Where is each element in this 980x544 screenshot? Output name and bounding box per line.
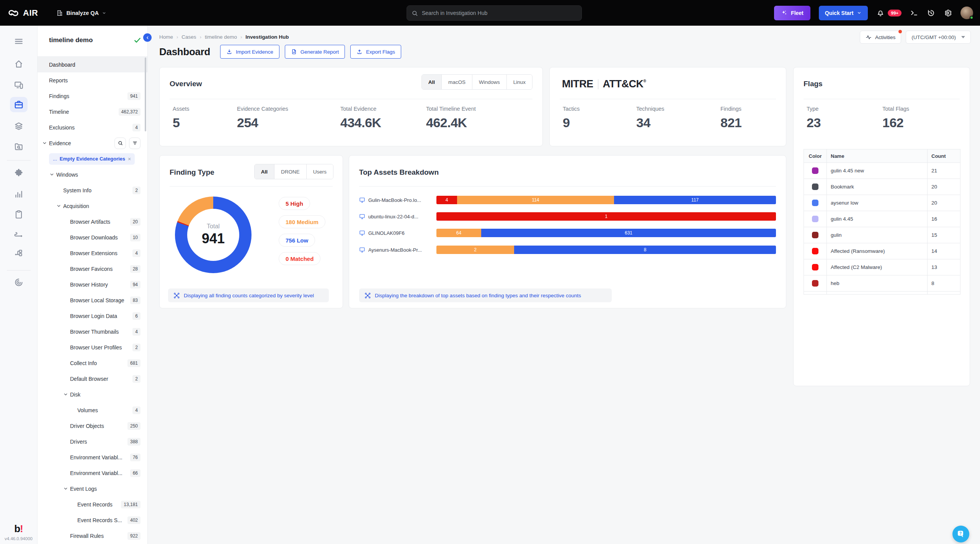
sidebar-item-system-info[interactable]: System Info2	[38, 182, 147, 198]
puzzle-icon[interactable]	[14, 168, 24, 178]
sidebar-item-browser-user-profiles[interactable]: Browser User Profiles2	[38, 339, 147, 355]
sidebar-item-dashboard[interactable]: Dashboard	[38, 57, 147, 72]
tab-users[interactable]: Users	[307, 164, 333, 179]
flag-row-heb[interactable]: heb 8	[804, 275, 960, 291]
sidebar-item-firewall-rules[interactable]: Firewall Rules922	[38, 528, 147, 544]
drone-icon	[364, 292, 371, 299]
folder-search-icon[interactable]	[14, 142, 24, 152]
flag-row-affected-ransomware[interactable]: Affected (Ransomware) 14	[804, 243, 960, 259]
breadcrumb-timeline-demo[interactable]: timeline demo	[205, 34, 237, 40]
notifications-bell-icon[interactable]	[876, 9, 885, 17]
sidebar-item-browser-favicons[interactable]: Browser Favicons28	[38, 261, 147, 277]
sidebar-item-browser-thumbnails[interactable]: Browser Thumbnails4	[38, 324, 147, 339]
breadcrumb-home[interactable]: Home	[159, 34, 173, 40]
flow-nodes-icon[interactable]	[14, 248, 24, 258]
sidebar-item-event-records-s[interactable]: Event Records S...402	[38, 512, 147, 528]
flag-row-gulin[interactable]: gulin 15	[804, 227, 960, 243]
sidebar-item-acquisition[interactable]: Acquisition	[38, 198, 147, 214]
sidebar-item-timeline[interactable]: Timeline462,372	[38, 104, 147, 120]
timezone-select[interactable]: (UTC/GMT +00:00)	[906, 31, 971, 44]
clipboard-icon[interactable]	[14, 210, 24, 220]
flag-row-gulin-4-45-new[interactable]: gulin 4.45 new 21	[804, 162, 960, 179]
sidebar-item-windows[interactable]: Windows	[38, 167, 147, 182]
sidebar-item-findings[interactable]: Findings941	[38, 88, 147, 104]
flag-count-cell: 20	[927, 195, 960, 211]
sidebar-scrollbar-thumb[interactable]	[145, 57, 146, 131]
quick-start-button[interactable]: Quick Start	[819, 6, 868, 20]
help-chat-button[interactable]: ?	[952, 526, 969, 542]
stat-value: 254	[237, 115, 340, 130]
chip-close-icon[interactable]: ×	[128, 156, 131, 162]
stat-value: 34	[636, 115, 720, 130]
sidebar-item-browser-artifacts[interactable]: Browser Artifacts20	[38, 214, 147, 229]
sidebar-item-browser-login-data[interactable]: Browser Login Data6	[38, 308, 147, 324]
flag-row-bookmark[interactable]: Bookmark 20	[804, 179, 960, 195]
divider	[560, 99, 776, 99]
air-brand[interactable]: AIR	[8, 7, 38, 19]
user-avatar[interactable]	[960, 7, 973, 19]
import-evidence-button[interactable]: Import Evidence	[220, 45, 279, 59]
org-switcher[interactable]: Binalyze QA	[56, 10, 106, 16]
sidebar-item-collect-info[interactable]: Collect Info681	[38, 355, 147, 371]
sidebar-item-default-browser[interactable]: Default Browser2	[38, 371, 147, 387]
activities-button[interactable]: Activities	[860, 31, 901, 44]
tab-all[interactable]: All	[255, 164, 274, 179]
sidebar-item-browser-local-storage[interactable]: Browser Local Storage83	[38, 292, 147, 308]
route-icon[interactable]	[14, 230, 24, 240]
bar-segment-blue: 8	[514, 246, 776, 254]
terminal-icon[interactable]	[910, 9, 918, 17]
swirl-icon[interactable]	[14, 277, 24, 287]
export-flags-button[interactable]: Export Flags	[350, 45, 401, 59]
sidebar-item-environment-variabl[interactable]: Environment Variabl...66	[38, 465, 147, 481]
evidence-filter-button[interactable]	[129, 138, 140, 149]
flag-row-gulin-4-45[interactable]: gulin 4.45 16	[804, 211, 960, 227]
search-input[interactable]	[422, 10, 577, 16]
sidebar-item-exclusions[interactable]: Exclusions4	[38, 120, 147, 135]
tab-drone[interactable]: DRONE	[274, 164, 307, 179]
evidence-filter-chip[interactable]: ... Empty Evidence Categories ×	[49, 153, 135, 165]
sidebar-item-browser-downloads[interactable]: Browser Downloads10	[38, 229, 147, 245]
gear-icon[interactable]	[944, 9, 952, 17]
sidebar-item-environment-variabl[interactable]: Environment Variabl...76	[38, 449, 147, 465]
evidence-search-button[interactable]	[114, 138, 126, 149]
tab-linux[interactable]: Linux	[507, 75, 532, 89]
flag-color-swatch	[812, 216, 818, 222]
tab-macos[interactable]: macOS	[442, 75, 472, 89]
sidebar-item-disk[interactable]: Disk	[38, 387, 147, 402]
briefcase-icon-active[interactable]	[10, 97, 28, 112]
sidebar-item-label: Firewall Rules	[70, 533, 104, 539]
bar-chart-icon[interactable]	[14, 189, 24, 199]
sidebar-item-label: Environment Variabl...	[70, 470, 122, 476]
tab-all[interactable]: All	[422, 75, 442, 89]
tab-windows[interactable]: Windows	[472, 75, 507, 89]
flag-row-aysenur-low[interactable]: aysenur low 20	[804, 195, 960, 211]
pulse-icon	[866, 34, 872, 40]
menu-icon[interactable]	[14, 36, 24, 46]
sidebar-item-browser-history[interactable]: Browser History94	[38, 277, 147, 292]
flag-color-cell	[804, 163, 826, 179]
sidebar-item-driver-objects[interactable]: Driver Objects250	[38, 418, 147, 434]
sidebar-item-volumes[interactable]: Volumes4	[38, 402, 147, 418]
icon-rail: b! v4.46.0.94000	[0, 26, 38, 544]
fleet-button[interactable]: Fleet	[774, 6, 810, 20]
layers-icon[interactable]	[14, 121, 24, 131]
breadcrumb-cases[interactable]: Cases	[181, 34, 196, 40]
notification-count-badge[interactable]: 99+	[888, 10, 902, 16]
devices-icon[interactable]	[14, 80, 24, 90]
sidebar-item-label: Browser Favicons	[70, 266, 113, 272]
sidebar-item-event-records[interactable]: Event Records13,181	[38, 496, 147, 512]
sidebar-item-evidence[interactable]: Evidence	[38, 135, 147, 151]
sidebar-item-label: Windows	[56, 172, 78, 178]
history-icon[interactable]	[927, 9, 935, 17]
flag-row-affected-c2-malware[interactable]: Affected (C2 Malware) 13	[804, 259, 960, 275]
sidebar-item-drivers[interactable]: Drivers388	[38, 434, 147, 449]
sidebar-item-browser-extensions[interactable]: Browser Extensions4	[38, 245, 147, 261]
brand-name: AIR	[23, 8, 38, 18]
generate-report-button[interactable]: Generate Report	[285, 45, 345, 59]
stat-label: Type	[807, 106, 882, 112]
sidebar-item-reports[interactable]: Reports	[38, 72, 147, 88]
sidebar-item-event-logs[interactable]: Event Logs	[38, 481, 147, 496]
sidebar-collapse-button[interactable]	[143, 33, 152, 42]
home-icon[interactable]	[14, 59, 24, 69]
flags-title: Flags	[804, 80, 823, 88]
